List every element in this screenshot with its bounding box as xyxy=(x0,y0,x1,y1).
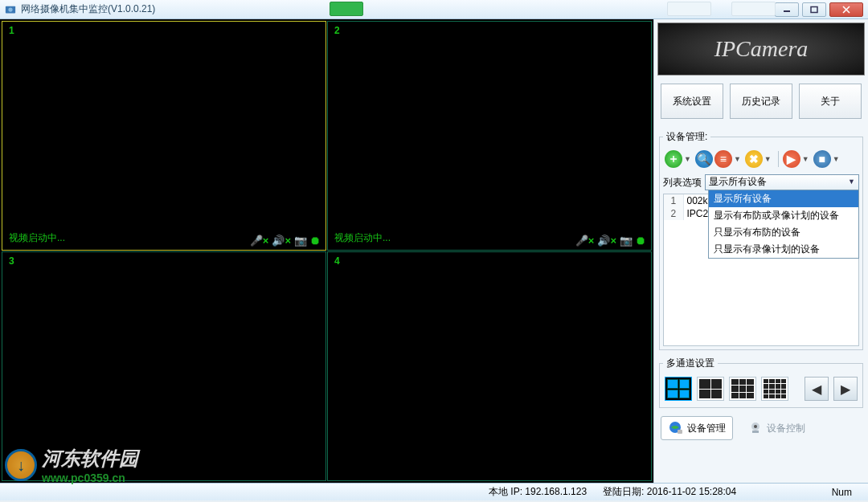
record-icon[interactable]: ⏺ xyxy=(636,235,646,247)
camera-device-icon xyxy=(747,420,764,436)
cell-number: 2 xyxy=(334,25,340,36)
status-login-date: 登陆日期: 2016-11-02 15:28:04 xyxy=(603,485,736,499)
speaker-mute-icon[interactable]: 🔊× xyxy=(272,235,291,247)
add-caret-icon[interactable]: ▼ xyxy=(684,155,691,163)
mic-mute-icon[interactable]: 🎤× xyxy=(575,235,595,247)
brand-logo: IPCamera xyxy=(657,22,865,76)
prev-layout-button[interactable]: ◀ xyxy=(805,377,829,401)
toolbar-separator xyxy=(778,151,779,167)
close-button[interactable] xyxy=(829,2,863,17)
titlebar-ghost-button-1[interactable] xyxy=(667,2,711,16)
status-numlock: Num xyxy=(832,487,852,498)
history-button[interactable]: 历史记录 xyxy=(730,84,792,119)
speaker-mute-icon[interactable]: 🔊× xyxy=(597,235,616,247)
titlebar-green-button[interactable] xyxy=(330,2,363,16)
system-settings-button[interactable]: 系统设置 xyxy=(661,84,723,119)
edit-device-icon[interactable]: ≡ xyxy=(714,150,732,168)
add-device-icon[interactable]: ＋ xyxy=(665,150,682,168)
edit-caret-icon[interactable]: ▼ xyxy=(734,155,741,163)
layout-2x2b-icon[interactable] xyxy=(697,377,724,401)
video-grid: 1 视频启动中... 🎤× 🔊× 📷 ⏺ 2 视频启动中... 🎤× 🔊× 📷 … xyxy=(0,19,653,483)
delete-device-icon[interactable]: ✖ xyxy=(745,150,763,168)
device-management-group: 设备管理: ＋▼ 🔍 ≡▼ ✖▼ ▶▼ ■▼ 列表选项 显示所有设备 显示所有设… xyxy=(659,130,863,350)
side-panel: IPCamera 系统设置 历史记录 关于 设备管理: ＋▼ 🔍 ≡▼ ✖▼ ▶… xyxy=(653,19,868,483)
video-cell-1[interactable]: 1 视频启动中... 🎤× 🔊× 📷 ⏺ xyxy=(2,21,326,251)
video-cell-4[interactable]: 4 xyxy=(327,251,652,481)
status-ip: 本地 IP: 192.168.1.123 xyxy=(489,485,587,499)
cell-status: 视频启动中... xyxy=(334,231,391,245)
list-filter-dropdown: 显示所有设备 显示有布防或录像计划的设备 只显示有布防的设备 只显示有录像计划的… xyxy=(708,190,859,259)
layout-3x3-icon[interactable] xyxy=(729,377,756,401)
stop-caret-icon[interactable]: ▼ xyxy=(833,155,840,163)
delete-caret-icon[interactable]: ▼ xyxy=(764,155,772,163)
mic-mute-icon[interactable]: 🎤× xyxy=(250,235,269,247)
svg-rect-7 xyxy=(678,430,682,434)
camera-icon[interactable]: 📷 xyxy=(620,235,633,247)
app-icon xyxy=(5,4,16,15)
dropdown-option[interactable]: 只显示有布防的设备 xyxy=(709,224,858,241)
device-row: 2IPC2 xyxy=(664,207,712,220)
maximize-button[interactable] xyxy=(802,2,826,17)
next-layout-button[interactable]: ▶ xyxy=(833,377,858,401)
multichannel-label: 多通道设置 xyxy=(663,357,718,370)
minimize-button[interactable] xyxy=(775,2,799,17)
dropdown-option[interactable]: 显示所有设备 xyxy=(709,190,858,207)
play-icon[interactable]: ▶ xyxy=(783,150,800,168)
window-title: 网络摄像机集中监控(V1.0.0.21) xyxy=(21,2,772,16)
multichannel-group: 多通道设置 ◀ ▶ xyxy=(659,357,863,408)
layout-2x2-icon[interactable] xyxy=(665,377,692,401)
svg-rect-3 xyxy=(811,6,817,12)
video-cell-3[interactable]: 3 xyxy=(2,251,326,481)
globe-icon xyxy=(668,420,684,436)
list-option-label: 列表选项 xyxy=(663,176,702,190)
tab-device-control[interactable]: 设备控制 xyxy=(741,416,812,440)
record-icon[interactable]: ⏺ xyxy=(310,235,321,247)
title-bar: 网络摄像机集中监控(V1.0.0.21) xyxy=(0,0,868,19)
cell-status: 视频启动中... xyxy=(9,231,65,245)
about-button[interactable]: 关于 xyxy=(799,84,862,119)
list-filter-combobox[interactable]: 显示所有设备 xyxy=(705,174,859,190)
device-management-label: 设备管理: xyxy=(663,130,710,144)
titlebar-ghost-button-2[interactable] xyxy=(731,2,776,16)
layout-4x4-icon[interactable] xyxy=(761,377,788,401)
stop-icon[interactable]: ■ xyxy=(813,150,831,168)
svg-point-9 xyxy=(754,425,757,428)
status-bar: 本地 IP: 192.168.1.123 登陆日期: 2016-11-02 15… xyxy=(0,483,868,500)
tab-device-management[interactable]: 设备管理 xyxy=(661,416,733,440)
dropdown-option[interactable]: 只显示有录像计划的设备 xyxy=(709,241,858,258)
search-device-icon[interactable]: 🔍 xyxy=(695,150,713,168)
svg-rect-10 xyxy=(752,431,759,433)
device-row: 1002k xyxy=(664,194,712,207)
camera-icon[interactable]: 📷 xyxy=(294,235,307,247)
video-cell-2[interactable]: 2 视频启动中... 🎤× 🔊× 📷 ⏺ xyxy=(327,21,652,251)
dropdown-option[interactable]: 显示有布防或录像计划的设备 xyxy=(709,207,858,224)
cell-number: 1 xyxy=(9,25,14,36)
cell-number: 3 xyxy=(9,255,14,267)
svg-point-1 xyxy=(8,7,12,11)
play-caret-icon[interactable]: ▼ xyxy=(802,155,809,163)
list-option-row: 列表选项 显示所有设备 显示所有设备 显示有布防或录像计划的设备 只显示有布防的… xyxy=(663,171,859,194)
bottom-tabbar: 设备管理 设备控制 xyxy=(657,411,865,445)
cell-number: 4 xyxy=(334,255,340,267)
